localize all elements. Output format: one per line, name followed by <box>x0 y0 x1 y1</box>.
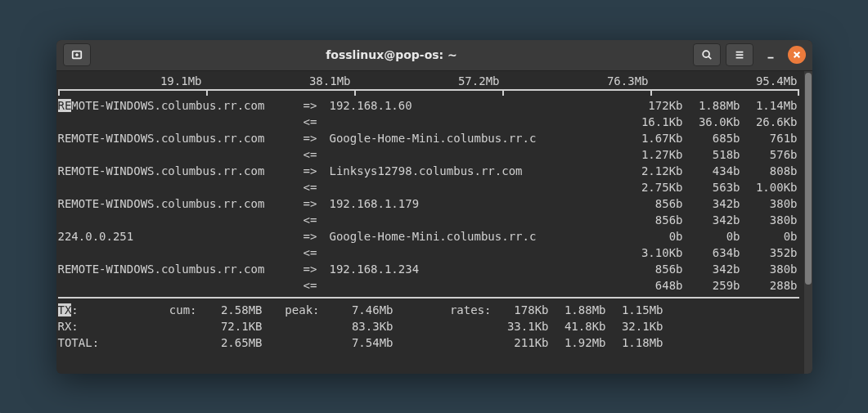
rx-rate-0: 1.27Kb <box>626 146 683 163</box>
arrow-in-icon: <= <box>304 245 330 261</box>
scale-ruler <box>58 89 799 96</box>
rx-rate-0: 856b <box>626 212 683 228</box>
total-rate-40s: 1.18Mb <box>606 334 663 351</box>
arrow-out-icon: => <box>304 228 330 245</box>
rx-rate-0: 648b <box>626 277 683 294</box>
connection-rx-row: <=648b259b288b <box>56 277 801 294</box>
arrow-in-icon: <= <box>304 146 330 163</box>
connection-rx-row: <=1.27Kb518b576b <box>56 146 801 163</box>
connection-rx-row: <=3.10Kb634b352b <box>56 245 801 261</box>
close-button[interactable] <box>788 46 806 64</box>
terminal-window: fosslinux@pop-os: ~ 19.1Mb 38.1Mb 57.2Mb… <box>56 40 812 374</box>
rx-rate-2: 380b <box>740 212 798 228</box>
connection-src: REMOTE-WINDOWS.columbus.rr.com <box>58 195 304 212</box>
connection-dst: 192.168.1.179 <box>330 195 626 212</box>
connection-rx-row: <=16.1Kb36.0Kb26.6Kb <box>56 114 801 130</box>
tx-rate-1: 434b <box>683 163 740 179</box>
tx-rate-1: 342b <box>683 195 740 212</box>
total-rate-10s: 1.92Mb <box>549 334 606 351</box>
rx-rate-40s: 32.1Kb <box>606 318 663 334</box>
tx-rate-0: 2.12Kb <box>626 163 683 179</box>
connection-src: REMOTE-WINDOWS.columbus.rr.com <box>58 261 304 277</box>
tx-rate-1: 1.88Mb <box>683 97 740 114</box>
summary-divider <box>58 297 799 299</box>
scrollbar[interactable] <box>804 71 812 374</box>
connection-tx-row: REMOTE-WINDOWS.columbus.rr.com=>192.168.… <box>56 97 801 114</box>
tx-rate-2: 380b <box>740 261 798 277</box>
tx-rate-10s: 1.88Mb <box>549 302 606 318</box>
rx-rate-1: 36.0Kb <box>683 114 740 130</box>
connection-src: 224.0.0.251 <box>58 228 304 245</box>
tx-rate-40s: 1.15Mb <box>606 302 663 318</box>
terminal-content[interactable]: 19.1Mb 38.1Mb 57.2Mb 76.3Mb 95.4Mb REMOT… <box>56 71 804 374</box>
minimize-icon <box>765 49 776 61</box>
rx-rate-1: 259b <box>683 277 740 294</box>
rx-rate-2: 26.6Kb <box>740 114 798 130</box>
scale-tick: 95.4Mb <box>652 73 801 89</box>
connection-dst: Google-Home-Mini.columbus.rr.c <box>330 130 626 146</box>
cum-label: cum: <box>115 302 197 318</box>
rx-rate-0: 3.10Kb <box>626 245 683 261</box>
tx-rate-2: 0b <box>740 228 798 245</box>
minimize-button[interactable] <box>758 43 783 66</box>
summary-total-row: TOTAL: 2.65MB 7.54Mb 211Kb 1.92Mb 1.18Mb <box>56 334 801 351</box>
arrow-out-icon: => <box>304 261 330 277</box>
rx-rate-2: 576b <box>740 146 798 163</box>
search-icon <box>701 49 713 61</box>
rx-rate-1: 563b <box>683 179 740 195</box>
scrollbar-thumb[interactable] <box>805 73 812 285</box>
total-cum: 2.65MB <box>197 334 263 351</box>
connection-dst: Google-Home-Mini.columbus.rr.c <box>330 228 626 245</box>
rx-rate-10s: 41.8Kb <box>549 318 606 334</box>
connection-src: REMOTE-WINDOWS.columbus.rr.com <box>58 130 304 146</box>
new-tab-icon <box>71 49 83 61</box>
close-icon <box>793 51 801 59</box>
summary-rx-row: RX: 72.1KB 83.3Kb 33.1Kb 41.8Kb 32.1Kb <box>56 318 801 334</box>
connection-tx-row: REMOTE-WINDOWS.columbus.rr.com=>Google-H… <box>56 130 801 146</box>
connection-dst: 192.168.1.60 <box>330 97 626 114</box>
arrow-in-icon: <= <box>304 212 330 228</box>
arrow-in-icon: <= <box>304 179 330 195</box>
tx-rate-2: 380b <box>740 195 798 212</box>
new-tab-button[interactable] <box>63 43 91 66</box>
arrow-out-icon: => <box>304 163 330 179</box>
connection-src: REMOTE-WINDOWS.columbus.rr.com <box>58 97 304 114</box>
tx-rate-2: 1.14Mb <box>740 97 798 114</box>
connection-src: REMOTE-WINDOWS.columbus.rr.com <box>58 163 304 179</box>
rates-label: rates: <box>394 302 492 318</box>
bandwidth-scale: 19.1Mb 38.1Mb 57.2Mb 76.3Mb 95.4Mb <box>56 71 801 89</box>
titlebar: fosslinux@pop-os: ~ <box>56 40 812 71</box>
search-button[interactable] <box>693 43 721 66</box>
total-peak: 7.54Mb <box>320 334 394 351</box>
tx-rate-1: 685b <box>683 130 740 146</box>
rx-rate-2: 352b <box>740 245 798 261</box>
menu-button[interactable] <box>726 43 753 66</box>
connection-rx-row: <=2.75Kb563b1.00Kb <box>56 179 801 195</box>
arrow-out-icon: => <box>304 97 330 114</box>
arrow-out-icon: => <box>304 130 330 146</box>
svg-point-3 <box>703 51 709 57</box>
rx-peak: 83.3Kb <box>320 318 394 334</box>
arrow-in-icon: <= <box>304 277 330 294</box>
summary-tx-row: TX: cum: 2.58MB peak: 7.46Mb rates: 178K… <box>56 302 801 318</box>
connection-dst: 192.168.1.234 <box>330 261 626 277</box>
arrow-out-icon: => <box>304 195 330 212</box>
connection-tx-row: REMOTE-WINDOWS.columbus.rr.com=>Linksys1… <box>56 163 801 179</box>
scale-tick: 19.1Mb <box>56 73 205 89</box>
window-title: fosslinux@pop-os: ~ <box>326 48 457 61</box>
scale-tick: 38.1Mb <box>205 73 354 89</box>
tx-cum: 2.58MB <box>197 302 263 318</box>
tx-rate-1: 342b <box>683 261 740 277</box>
arrow-in-icon: <= <box>304 114 330 130</box>
tx-rate-2: 808b <box>740 163 798 179</box>
peak-label: peak: <box>263 302 320 318</box>
connection-tx-row: 224.0.0.251=>Google-Home-Mini.columbus.r… <box>56 228 801 245</box>
tx-rate-0: 1.67Kb <box>626 130 683 146</box>
tx-rate-2: 761b <box>740 130 798 146</box>
tx-rate-1: 0b <box>683 228 740 245</box>
tx-rate-2s: 178Kb <box>492 302 549 318</box>
connection-tx-row: REMOTE-WINDOWS.columbus.rr.com=>192.168.… <box>56 195 801 212</box>
rx-rate-1: 634b <box>683 245 740 261</box>
svg-line-4 <box>708 56 711 59</box>
rx-rate-1: 518b <box>683 146 740 163</box>
